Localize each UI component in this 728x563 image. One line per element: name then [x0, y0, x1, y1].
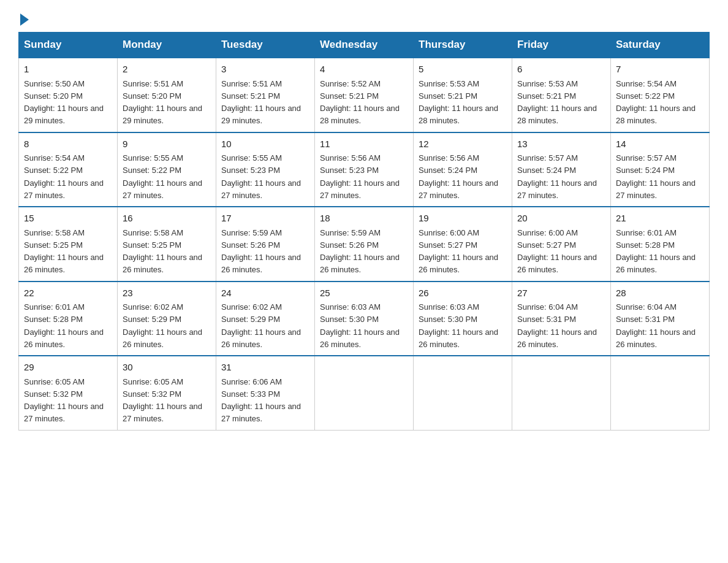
day-info: Sunrise: 6:01 AMSunset: 5:28 PMDaylight:… [616, 228, 696, 275]
calendar-day-cell: 19 Sunrise: 6:00 AMSunset: 5:27 PMDaylig… [414, 207, 512, 282]
day-number: 29 [24, 361, 112, 375]
logo [18, 12, 31, 26]
calendar-day-cell: 7 Sunrise: 5:54 AMSunset: 5:22 PMDayligh… [611, 58, 710, 132]
calendar-day-cell: 10 Sunrise: 5:55 AMSunset: 5:23 PMDaylig… [216, 132, 315, 207]
day-info: Sunrise: 5:58 AMSunset: 5:25 PMDaylight:… [123, 228, 202, 275]
calendar-header-saturday: Saturday [611, 33, 710, 58]
day-number: 10 [221, 137, 309, 151]
calendar-day-cell: 4 Sunrise: 5:52 AMSunset: 5:21 PMDayligh… [315, 58, 414, 132]
day-info: Sunrise: 5:50 AMSunset: 5:20 PMDaylight:… [24, 79, 104, 126]
day-info: Sunrise: 5:56 AMSunset: 5:23 PMDaylight:… [320, 153, 400, 200]
calendar-day-cell: 3 Sunrise: 5:51 AMSunset: 5:21 PMDayligh… [216, 58, 315, 132]
day-info: Sunrise: 5:53 AMSunset: 5:21 PMDaylight:… [517, 79, 597, 126]
calendar-day-cell: 31 Sunrise: 6:06 AMSunset: 5:33 PMDaylig… [216, 356, 315, 430]
day-number: 13 [517, 137, 605, 151]
calendar-header-friday: Friday [512, 33, 611, 58]
calendar-day-cell: 1 Sunrise: 5:50 AMSunset: 5:20 PMDayligh… [19, 58, 118, 132]
day-number: 14 [616, 137, 704, 151]
day-number: 2 [123, 63, 211, 77]
calendar-table: SundayMondayTuesdayWednesdayThursdayFrid… [18, 32, 710, 431]
day-info: Sunrise: 6:05 AMSunset: 5:32 PMDaylight:… [24, 377, 104, 424]
calendar-day-cell: 2 Sunrise: 5:51 AMSunset: 5:20 PMDayligh… [118, 58, 216, 132]
day-number: 26 [419, 286, 507, 301]
day-info: Sunrise: 5:59 AMSunset: 5:26 PMDaylight:… [221, 228, 301, 275]
day-number: 18 [320, 212, 408, 226]
day-info: Sunrise: 5:59 AMSunset: 5:26 PMDaylight:… [320, 228, 400, 275]
day-number: 16 [123, 212, 211, 226]
calendar-day-cell: 23 Sunrise: 6:02 AMSunset: 5:29 PMDaylig… [118, 282, 216, 356]
calendar-day-cell: 29 Sunrise: 6:05 AMSunset: 5:32 PMDaylig… [19, 356, 118, 430]
day-number: 11 [320, 137, 408, 151]
calendar-header-row: SundayMondayTuesdayWednesdayThursdayFrid… [19, 33, 710, 58]
day-info: Sunrise: 5:51 AMSunset: 5:21 PMDaylight:… [221, 79, 301, 126]
calendar-day-cell: 24 Sunrise: 6:02 AMSunset: 5:29 PMDaylig… [216, 282, 315, 356]
day-number: 4 [320, 63, 408, 77]
day-number: 31 [221, 361, 309, 375]
calendar-header-thursday: Thursday [414, 33, 512, 58]
day-info: Sunrise: 6:06 AMSunset: 5:33 PMDaylight:… [221, 377, 301, 424]
day-info: Sunrise: 5:51 AMSunset: 5:20 PMDaylight:… [123, 79, 202, 126]
day-number: 1 [24, 63, 112, 77]
day-info: Sunrise: 6:01 AMSunset: 5:28 PMDaylight:… [24, 302, 104, 349]
day-number: 20 [517, 212, 605, 226]
calendar-day-cell: 14 Sunrise: 5:57 AMSunset: 5:24 PMDaylig… [611, 132, 710, 207]
day-number: 5 [419, 63, 507, 77]
day-info: Sunrise: 5:57 AMSunset: 5:24 PMDaylight:… [616, 153, 696, 200]
day-info: Sunrise: 5:54 AMSunset: 5:22 PMDaylight:… [616, 79, 696, 126]
day-number: 27 [517, 286, 605, 301]
calendar-day-cell: 11 Sunrise: 5:56 AMSunset: 5:23 PMDaylig… [315, 132, 414, 207]
day-info: Sunrise: 6:02 AMSunset: 5:29 PMDaylight:… [221, 302, 301, 349]
day-info: Sunrise: 5:53 AMSunset: 5:21 PMDaylight:… [419, 79, 498, 126]
day-number: 23 [123, 286, 211, 301]
day-info: Sunrise: 6:05 AMSunset: 5:32 PMDaylight:… [123, 377, 202, 424]
calendar-day-cell: 18 Sunrise: 5:59 AMSunset: 5:26 PMDaylig… [315, 207, 414, 282]
day-info: Sunrise: 5:54 AMSunset: 5:22 PMDaylight:… [24, 153, 104, 200]
day-info: Sunrise: 6:03 AMSunset: 5:30 PMDaylight:… [320, 302, 400, 349]
day-number: 24 [221, 286, 309, 301]
day-info: Sunrise: 5:55 AMSunset: 5:23 PMDaylight:… [221, 153, 301, 200]
calendar-day-cell [611, 356, 710, 430]
calendar-week-row: 1 Sunrise: 5:50 AMSunset: 5:20 PMDayligh… [19, 58, 710, 132]
logo-arrow-icon [20, 13, 29, 26]
calendar-day-cell: 21 Sunrise: 6:01 AMSunset: 5:28 PMDaylig… [611, 207, 710, 282]
day-number: 21 [616, 212, 704, 226]
calendar-header-sunday: Sunday [19, 33, 118, 58]
calendar-day-cell: 5 Sunrise: 5:53 AMSunset: 5:21 PMDayligh… [414, 58, 512, 132]
calendar-day-cell [512, 356, 611, 430]
calendar-day-cell: 16 Sunrise: 5:58 AMSunset: 5:25 PMDaylig… [118, 207, 216, 282]
day-info: Sunrise: 6:00 AMSunset: 5:27 PMDaylight:… [419, 228, 498, 275]
page-header [18, 12, 710, 26]
calendar-day-cell: 17 Sunrise: 5:59 AMSunset: 5:26 PMDaylig… [216, 207, 315, 282]
day-info: Sunrise: 5:56 AMSunset: 5:24 PMDaylight:… [419, 153, 498, 200]
calendar-day-cell: 20 Sunrise: 6:00 AMSunset: 5:27 PMDaylig… [512, 207, 611, 282]
calendar-header-monday: Monday [118, 33, 216, 58]
day-number: 22 [24, 286, 112, 301]
calendar-header-tuesday: Tuesday [216, 33, 315, 58]
calendar-day-cell: 6 Sunrise: 5:53 AMSunset: 5:21 PMDayligh… [512, 58, 611, 132]
calendar-day-cell: 13 Sunrise: 5:57 AMSunset: 5:24 PMDaylig… [512, 132, 611, 207]
day-number: 12 [419, 137, 507, 151]
calendar-day-cell: 22 Sunrise: 6:01 AMSunset: 5:28 PMDaylig… [19, 282, 118, 356]
day-number: 3 [221, 63, 309, 77]
day-info: Sunrise: 6:00 AMSunset: 5:27 PMDaylight:… [517, 228, 597, 275]
calendar-day-cell: 26 Sunrise: 6:03 AMSunset: 5:30 PMDaylig… [414, 282, 512, 356]
day-number: 8 [24, 137, 112, 151]
day-number: 7 [616, 63, 704, 77]
day-info: Sunrise: 6:03 AMSunset: 5:30 PMDaylight:… [419, 302, 498, 349]
day-info: Sunrise: 5:58 AMSunset: 5:25 PMDaylight:… [24, 228, 104, 275]
calendar-day-cell: 15 Sunrise: 5:58 AMSunset: 5:25 PMDaylig… [19, 207, 118, 282]
day-number: 25 [320, 286, 408, 301]
calendar-day-cell [315, 356, 414, 430]
calendar-day-cell: 25 Sunrise: 6:03 AMSunset: 5:30 PMDaylig… [315, 282, 414, 356]
day-info: Sunrise: 5:55 AMSunset: 5:22 PMDaylight:… [123, 153, 202, 200]
day-number: 9 [123, 137, 211, 151]
day-number: 19 [419, 212, 507, 226]
calendar-day-cell: 27 Sunrise: 6:04 AMSunset: 5:31 PMDaylig… [512, 282, 611, 356]
day-number: 28 [616, 286, 704, 301]
calendar-day-cell: 9 Sunrise: 5:55 AMSunset: 5:22 PMDayligh… [118, 132, 216, 207]
day-number: 30 [123, 361, 211, 375]
day-info: Sunrise: 6:02 AMSunset: 5:29 PMDaylight:… [123, 302, 202, 349]
calendar-week-row: 29 Sunrise: 6:05 AMSunset: 5:32 PMDaylig… [19, 356, 710, 430]
calendar-week-row: 8 Sunrise: 5:54 AMSunset: 5:22 PMDayligh… [19, 132, 710, 207]
day-number: 15 [24, 212, 112, 226]
